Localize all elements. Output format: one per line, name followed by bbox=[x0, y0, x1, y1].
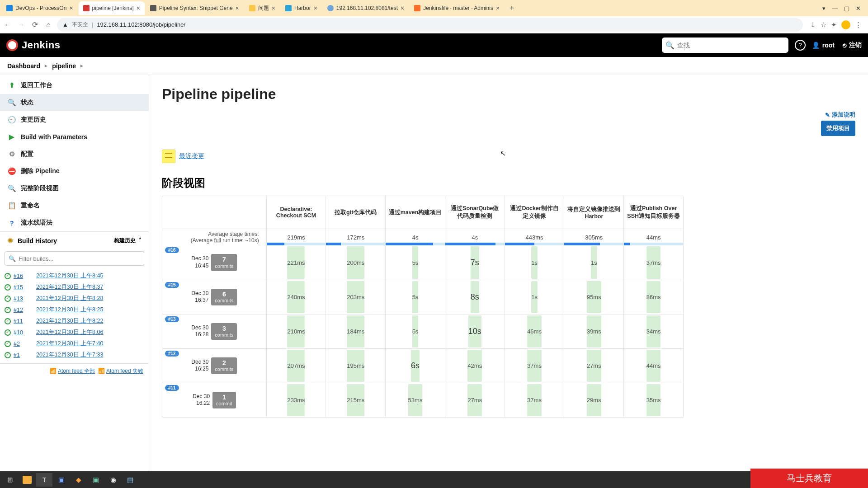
tab-jenkins[interactable]: pipeline [Jenkins]× bbox=[79, 1, 145, 15]
close-icon[interactable]: × bbox=[137, 5, 140, 12]
jenkins-logo[interactable]: Jenkins bbox=[6, 39, 60, 51]
stage-cell[interactable]: 210ms bbox=[266, 314, 326, 348]
build-num-link[interactable]: #15 bbox=[14, 284, 33, 291]
stage-cell[interactable]: 5s bbox=[385, 280, 445, 314]
stage-cell[interactable]: 240ms bbox=[266, 280, 326, 314]
build-num-link[interactable]: #2 bbox=[14, 341, 33, 347]
logout-link[interactable]: ⎋注销 bbox=[843, 41, 862, 49]
tab-processon[interactable]: DevOps - ProcessOn× bbox=[2, 1, 78, 15]
build-badge[interactable]: #16 bbox=[165, 247, 179, 253]
sidebar-item-1[interactable]: 🔍状态 bbox=[0, 94, 149, 111]
sidebar-item-8[interactable]: ?流水线语法 bbox=[0, 214, 149, 231]
filter-builds[interactable]: 🔍 bbox=[5, 251, 144, 266]
feed-fail[interactable]: Atom feed 失败 bbox=[106, 368, 143, 374]
stage-cell[interactable]: 44ms bbox=[623, 349, 683, 383]
stage-cell[interactable]: 35ms bbox=[623, 383, 683, 417]
maximize-icon[interactable]: ▢ bbox=[844, 5, 849, 12]
app-term-icon[interactable]: ▣ bbox=[53, 473, 70, 487]
app-sublime-icon[interactable]: ◆ bbox=[71, 473, 87, 487]
stage-cell[interactable]: 95ms bbox=[564, 280, 623, 314]
start-button[interactable]: ⊞ bbox=[2, 473, 18, 487]
stage-cell[interactable]: 5s bbox=[385, 245, 445, 280]
recent-changes-link[interactable]: 最近变更 bbox=[179, 152, 204, 160]
app-ide-icon[interactable]: ▣ bbox=[88, 473, 104, 487]
stage-cell[interactable]: 10s bbox=[445, 314, 505, 348]
chevron-down-icon[interactable]: ▾ bbox=[822, 5, 826, 12]
stage-cell[interactable]: 7s bbox=[445, 245, 505, 280]
build-date-link[interactable]: 2021年12月30日 上午8:25 bbox=[36, 306, 103, 314]
stage-cell[interactable]: 53ms bbox=[385, 383, 445, 417]
url-box[interactable]: ▲ 不安全 | 192.168.11.102:8080/job/pipeline… bbox=[57, 18, 803, 32]
sidebar-item-7[interactable]: 📋重命名 bbox=[0, 197, 149, 214]
build-date-link[interactable]: 2021年12月30日 上午8:22 bbox=[36, 317, 103, 325]
stage-cell[interactable]: 29ms bbox=[564, 383, 623, 417]
commits-count[interactable]: 2commits bbox=[211, 357, 237, 375]
stage-cell[interactable]: 37ms bbox=[505, 383, 564, 417]
search-box[interactable]: 🔍 bbox=[662, 38, 788, 53]
commits-count[interactable]: 3commits bbox=[211, 323, 237, 340]
build-date-link[interactable]: 2021年12月30日 上午8:28 bbox=[36, 295, 103, 302]
disable-project-button[interactable]: 禁用项目 bbox=[821, 121, 855, 136]
minimize-icon[interactable]: — bbox=[832, 5, 838, 12]
new-tab-button[interactable]: + bbox=[505, 4, 519, 13]
commits-count[interactable]: 7commits bbox=[211, 254, 237, 271]
close-icon[interactable]: × bbox=[69, 5, 73, 12]
app-t-icon[interactable]: T bbox=[36, 473, 52, 487]
stage-cell[interactable]: 27ms bbox=[445, 383, 505, 417]
stage-cell[interactable]: 6s bbox=[385, 349, 445, 383]
stage-cell[interactable]: 46ms bbox=[505, 314, 564, 348]
build-num-link[interactable]: #10 bbox=[14, 329, 33, 336]
filter-input[interactable] bbox=[19, 255, 140, 262]
stage-cell[interactable]: 221ms bbox=[266, 245, 326, 280]
tab-harbor[interactable]: Harbor× bbox=[281, 1, 322, 15]
tab-gitlab[interactable]: Jenkinsfile · master · Adminis× bbox=[410, 1, 504, 15]
menu-icon[interactable]: ⋮ bbox=[855, 21, 862, 29]
reload-icon[interactable]: ⟳ bbox=[30, 20, 40, 29]
sidebar-item-3[interactable]: ▶Build with Parameters bbox=[0, 128, 149, 145]
close-icon[interactable]: × bbox=[272, 5, 275, 12]
sidebar-item-0[interactable]: ⬆返回工作台 bbox=[0, 77, 149, 94]
commits-count[interactable]: 6commits bbox=[211, 289, 237, 306]
home-icon[interactable]: ⌂ bbox=[43, 21, 53, 29]
tab-pipeline-syntax[interactable]: Pipeline Syntax: Snippet Gene× bbox=[146, 1, 244, 15]
crumb-dashboard[interactable]: Dashboard bbox=[7, 62, 40, 70]
stage-cell[interactable]: 200ms bbox=[326, 245, 385, 280]
build-date-link[interactable]: 2021年12月30日 上午8:06 bbox=[36, 328, 103, 336]
build-num-link[interactable]: #13 bbox=[14, 296, 33, 302]
stage-cell[interactable]: 39ms bbox=[564, 314, 623, 348]
stage-cell[interactable]: 184ms bbox=[326, 314, 385, 348]
stage-cell[interactable]: 5s bbox=[385, 314, 445, 348]
build-date-link[interactable]: 2021年12月30日 上午8:37 bbox=[36, 283, 103, 291]
crumb-project[interactable]: pipeline bbox=[52, 62, 76, 70]
help-icon[interactable]: ? bbox=[795, 40, 806, 51]
close-icon[interactable]: × bbox=[496, 5, 500, 12]
build-badge[interactable]: #13 bbox=[165, 316, 179, 322]
stage-cell[interactable]: 207ms bbox=[266, 349, 326, 383]
stage-cell[interactable]: 86ms bbox=[623, 280, 683, 314]
build-badge[interactable]: #12 bbox=[165, 351, 179, 357]
sidebar-item-4[interactable]: ⚙配置 bbox=[0, 145, 149, 163]
build-badge[interactable]: #15 bbox=[165, 282, 179, 288]
chrome-icon[interactable]: ◉ bbox=[105, 473, 121, 487]
star-icon[interactable]: ☆ bbox=[821, 21, 826, 29]
build-history-toggle[interactable]: 构建历史 ˄ bbox=[114, 237, 142, 244]
explorer-icon[interactable] bbox=[19, 473, 35, 487]
build-num-link[interactable]: #1 bbox=[14, 352, 33, 358]
sidebar-item-2[interactable]: 🕘变更历史 bbox=[0, 111, 149, 128]
stage-cell[interactable]: 42ms bbox=[445, 349, 505, 383]
build-num-link[interactable]: #16 bbox=[14, 273, 33, 279]
build-date-link[interactable]: 2021年12月30日 上午7:33 bbox=[36, 351, 103, 359]
back-icon[interactable]: ← bbox=[3, 21, 13, 29]
stage-cell[interactable]: 1s bbox=[505, 245, 564, 280]
app-screen-icon[interactable]: ▤ bbox=[122, 473, 138, 487]
add-description-link[interactable]: ✎添加说明 bbox=[825, 111, 855, 119]
stage-cell[interactable]: 203ms bbox=[326, 280, 385, 314]
install-icon[interactable]: ⤓ bbox=[810, 21, 816, 29]
stage-cell[interactable]: 233ms bbox=[266, 383, 326, 417]
sidebar-item-5[interactable]: ⛔删除 Pipeline bbox=[0, 163, 149, 180]
stage-cell[interactable]: 1s bbox=[505, 280, 564, 314]
stage-cell[interactable]: 1s bbox=[564, 245, 623, 280]
forward-icon[interactable]: → bbox=[16, 21, 26, 29]
stage-cell[interactable]: 37ms bbox=[505, 349, 564, 383]
stage-cell[interactable]: 8s bbox=[445, 280, 505, 314]
